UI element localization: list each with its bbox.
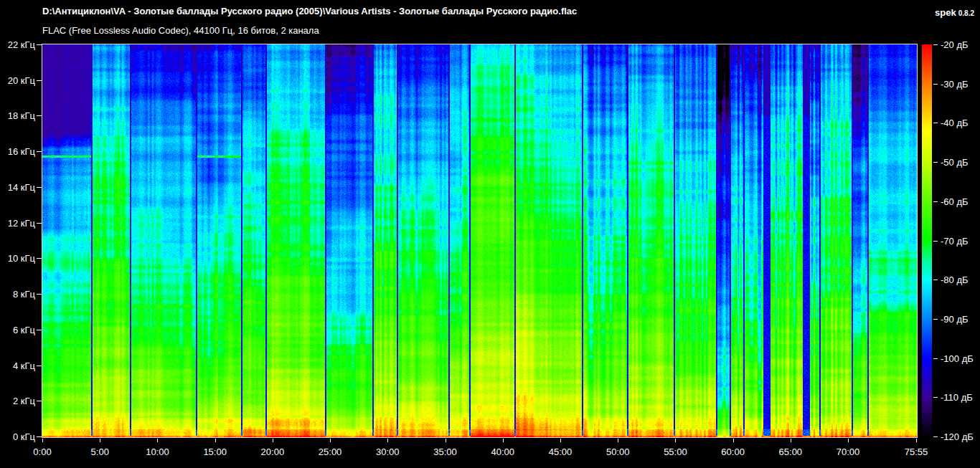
- db-tick-label: -30 дБ: [941, 78, 969, 89]
- time-tick-mark: [560, 439, 561, 442]
- time-tick-label: 20:00: [261, 446, 285, 457]
- db-tick-mark: [933, 280, 938, 280]
- db-tick-mark: [933, 84, 938, 85]
- freq-tick-label: 10 кГц: [8, 253, 35, 264]
- time-tick-label: 25:00: [319, 446, 342, 457]
- time-tick-label: 35:00: [433, 446, 457, 457]
- time-tick-label: 30:00: [376, 446, 400, 457]
- freq-tick-label: 16 кГц: [8, 146, 35, 157]
- app-name: spek: [935, 7, 956, 18]
- time-tick-mark: [503, 439, 504, 442]
- freq-tick-mark: [37, 187, 42, 188]
- time-tick-label: 40:00: [491, 446, 514, 457]
- freq-tick-label: 6 кГц: [13, 324, 35, 335]
- legend-gradient: [922, 44, 932, 437]
- freq-tick-mark: [37, 223, 42, 224]
- db-tick-mark: [933, 397, 938, 398]
- time-tick-label: 60:00: [721, 446, 745, 457]
- time-tick-label: 0:00: [33, 446, 51, 457]
- freq-tick-mark: [37, 258, 42, 259]
- db-tick-label: -90 дБ: [941, 313, 969, 324]
- freq-tick-label: 4 кГц: [13, 360, 35, 371]
- db-tick-mark: [933, 44, 938, 45]
- time-tick-label: 5:00: [91, 446, 109, 457]
- time-tick-mark: [215, 439, 216, 442]
- time-tick-mark: [791, 439, 791, 442]
- db-tick-label: -40 дБ: [941, 118, 969, 128]
- time-tick-mark: [273, 439, 273, 442]
- db-tick-label: -20 дБ: [941, 39, 969, 50]
- app-version: 0.8.2: [958, 9, 974, 17]
- freq-tick-mark: [37, 151, 42, 152]
- db-tick-mark: [933, 358, 938, 359]
- freq-tick-mark: [37, 366, 42, 366]
- app-brand: spek0.8.2: [935, 6, 974, 19]
- time-tick-mark: [618, 439, 618, 442]
- db-tick-mark: [933, 201, 938, 202]
- freq-tick-label: 0 кГц: [13, 431, 35, 442]
- freq-tick-label: 18 кГц: [8, 110, 35, 121]
- freq-tick-mark: [37, 401, 42, 401]
- time-tick-mark: [157, 439, 158, 442]
- db-tick-mark: [933, 319, 938, 320]
- db-tick-label: -50 дБ: [941, 157, 969, 168]
- freq-tick-mark: [37, 436, 42, 437]
- time-tick-label: 65:00: [779, 446, 803, 457]
- spectrogram-canvas: [42, 44, 917, 437]
- time-tick-mark: [733, 439, 734, 442]
- time-tick-mark: [848, 439, 849, 442]
- freq-tick-label: 14 кГц: [8, 181, 35, 192]
- freq-tick-label: 22 кГц: [8, 39, 35, 50]
- db-tick-mark: [933, 123, 938, 123]
- time-tick-mark: [100, 439, 100, 442]
- time-tick-label: 70:00: [837, 446, 860, 457]
- db-tick-mark: [933, 162, 938, 163]
- time-tick-label: 55:00: [664, 446, 687, 457]
- time-tick-mark: [675, 439, 676, 442]
- db-tick-label: -100 дБ: [941, 353, 974, 363]
- freq-tick-label: 12 кГц: [8, 217, 35, 228]
- time-tick-mark: [387, 439, 388, 442]
- time-tick-label: 15:00: [203, 446, 227, 457]
- time-tick-mark: [916, 439, 917, 442]
- time-tick-mark: [330, 439, 331, 442]
- file-path-title: D:\Антициклон\VA - Золотые баллады Русск…: [42, 6, 577, 16]
- freq-tick-label: 2 кГц: [13, 396, 35, 406]
- db-tick-mark: [933, 436, 938, 437]
- spek-window: { "app": { "name": "spek", "version": "0…: [0, 0, 980, 468]
- time-tick-mark: [446, 439, 446, 442]
- db-tick-label: -120 дБ: [941, 431, 974, 442]
- freq-tick-label: 8 кГц: [13, 289, 35, 300]
- freq-tick-mark: [37, 330, 42, 330]
- time-tick-label: 45:00: [549, 446, 573, 457]
- format-subtitle: FLAC (Free Lossless Audio Codec), 44100 …: [42, 25, 319, 36]
- db-tick-label: -70 дБ: [941, 235, 969, 246]
- time-tick-label: 50:00: [606, 446, 630, 457]
- time-tick-label: 75:55: [905, 446, 928, 457]
- freq-tick-label: 20 кГц: [8, 75, 35, 85]
- freq-tick-mark: [37, 294, 42, 295]
- freq-tick-mark: [37, 80, 42, 81]
- freq-tick-mark: [37, 44, 42, 45]
- time-tick-mark: [42, 439, 43, 442]
- db-tick-label: -60 дБ: [941, 196, 969, 206]
- freq-tick-mark: [37, 115, 42, 116]
- db-tick-mark: [933, 241, 938, 242]
- db-tick-label: -80 дБ: [941, 274, 969, 285]
- db-tick-label: -110 дБ: [941, 392, 973, 403]
- time-tick-label: 10:00: [146, 446, 169, 457]
